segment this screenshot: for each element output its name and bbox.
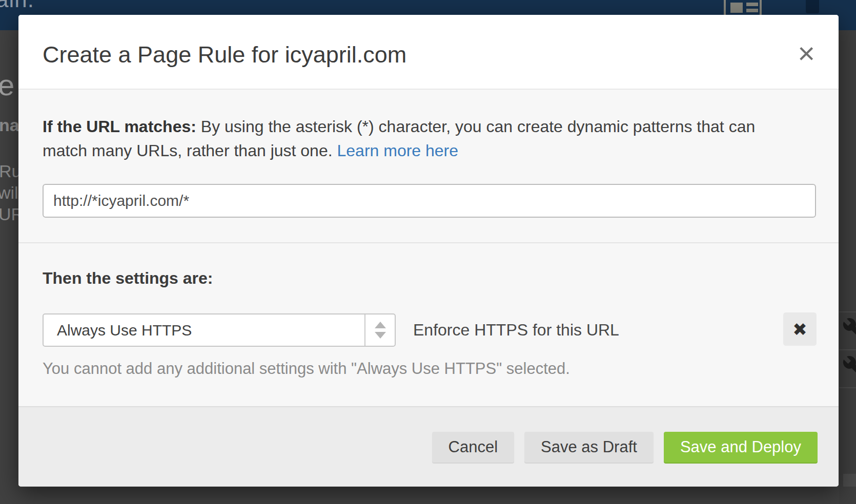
background-navbar-text: ain. — [0, 0, 34, 12]
modal-title: Create a Page Rule for icyapril.com — [43, 41, 406, 68]
chevron-down-icon — [375, 332, 386, 339]
setting-select[interactable]: Always Use HTTPS — [43, 313, 396, 347]
select-stepper-icon[interactable] — [364, 314, 395, 346]
learn-more-link[interactable]: Learn more here — [337, 141, 458, 160]
modal-header: Create a Page Rule for icyapril.com × — [18, 15, 839, 90]
background-right-panel — [839, 30, 856, 504]
remove-setting-button[interactable]: ✖ — [783, 312, 817, 346]
navbar-panel-icon — [806, 0, 819, 13]
chevron-up-icon — [375, 322, 386, 328]
close-icon[interactable]: × — [798, 38, 815, 68]
setting-note: You cannot add any additional settings w… — [43, 360, 570, 378]
modal-footer: Cancel Save as Draft Save and Deploy — [18, 406, 839, 487]
wrench-icon — [842, 317, 856, 341]
url-pattern-input[interactable] — [43, 184, 816, 218]
url-match-help-text: If the URL matches: By using the asteris… — [43, 115, 801, 163]
setting-description: Enforce HTTPS for this URL — [413, 313, 619, 347]
wrench-icon — [842, 355, 856, 379]
setting-row: Always Use HTTPS Enforce HTTPS for this … — [18, 313, 839, 347]
cancel-button[interactable]: Cancel — [432, 432, 515, 463]
setting-select-value: Always Use HTTPS — [44, 314, 364, 346]
screen: ain. e nav Ru will UR Create a Page Rule… — [0, 0, 856, 504]
section-divider — [18, 242, 839, 243]
settings-heading: Then the settings are: — [43, 269, 213, 288]
background-text-fragment: e — [0, 68, 14, 102]
save-and-deploy-button[interactable]: Save and Deploy — [664, 432, 818, 463]
url-match-label: If the URL matches: — [43, 117, 196, 136]
create-page-rule-modal: Create a Page Rule for icyapril.com × If… — [18, 15, 839, 487]
save-as-draft-button[interactable]: Save as Draft — [524, 432, 654, 463]
